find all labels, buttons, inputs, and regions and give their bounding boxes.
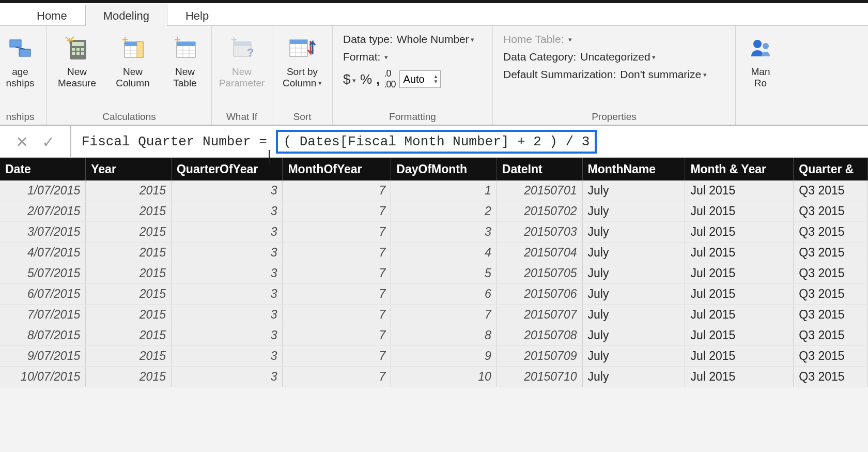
table-row[interactable]: 1/07/2015201537120150701JulyJul 2015Q3 2… (0, 180, 868, 201)
tab-modeling[interactable]: Modeling (85, 5, 167, 26)
cell-myear[interactable]: Jul 2015 (685, 284, 794, 305)
cell-qoy[interactable]: 3 (171, 263, 282, 284)
cell-mname[interactable]: July (582, 346, 685, 367)
table-row[interactable]: 6/07/2015201537620150706JulyJul 2015Q3 2… (0, 284, 868, 305)
manage-roles-button[interactable]: Man Ro (745, 30, 776, 89)
cell-qyear[interactable]: Q3 2015 (794, 305, 868, 325)
cell-moy[interactable]: 7 (283, 325, 391, 346)
cell-qyear[interactable]: Q3 2015 (794, 367, 868, 387)
cell-year[interactable]: 2015 (86, 263, 172, 284)
cell-dom[interactable]: 7 (391, 305, 497, 325)
cell-myear[interactable]: Jul 2015 (685, 222, 794, 243)
cell-dint[interactable]: 20150709 (497, 346, 582, 367)
cell-moy[interactable]: 7 (283, 305, 391, 325)
cell-dom[interactable]: 10 (391, 367, 497, 387)
cell-dom[interactable]: 9 (391, 346, 497, 367)
col-monthyear[interactable]: Month & Year (685, 158, 794, 180)
new-parameter-button[interactable]: ? New Parameter (218, 30, 266, 89)
cell-qoy[interactable]: 3 (171, 201, 282, 222)
table-row[interactable]: 3/07/2015201537320150703JulyJul 2015Q3 2… (0, 222, 868, 243)
col-monthname[interactable]: MonthName (582, 158, 685, 180)
cell-moy[interactable]: 7 (283, 201, 391, 222)
cell-dint[interactable]: 20150710 (497, 367, 582, 387)
percent-format-button[interactable]: % (360, 71, 372, 87)
cell-qyear[interactable]: Q3 2015 (794, 180, 868, 201)
cell-myear[interactable]: Jul 2015 (685, 346, 794, 367)
table-row[interactable]: 8/07/2015201537820150708JulyJul 2015Q3 2… (0, 325, 868, 346)
data-type-dropdown[interactable]: Whole Number (397, 33, 475, 46)
table-row[interactable]: 7/07/2015201537720150707JulyJul 2015Q3 2… (0, 305, 868, 325)
cell-dint[interactable]: 20150701 (497, 180, 582, 201)
thousands-separator-button[interactable]: , (376, 71, 380, 87)
cell-year[interactable]: 2015 (86, 243, 172, 263)
cell-dom[interactable]: 1 (391, 180, 497, 201)
col-dateint[interactable]: DateInt (497, 158, 582, 180)
cell-myear[interactable]: Jul 2015 (685, 201, 794, 222)
cell-mname[interactable]: July (582, 325, 685, 346)
cell-year[interactable]: 2015 (86, 180, 172, 201)
table-row[interactable]: 5/07/2015201537520150705JulyJul 2015Q3 2… (0, 263, 868, 284)
cell-dom[interactable]: 2 (391, 201, 497, 222)
new-table-button[interactable]: New Table (165, 30, 205, 89)
cell-dom[interactable]: 8 (391, 325, 497, 346)
cell-myear[interactable]: Jul 2015 (685, 325, 794, 346)
cell-myear[interactable]: Jul 2015 (685, 243, 794, 263)
cell-mname[interactable]: July (582, 201, 685, 222)
cell-year[interactable]: 2015 (86, 367, 172, 387)
cell-moy[interactable]: 7 (283, 263, 391, 284)
cell-qoy[interactable]: 3 (171, 305, 282, 325)
formula-input[interactable]: Fiscal Quarter Number = ( Dates[Fiscal M… (71, 126, 868, 157)
cell-dint[interactable]: 20150708 (497, 325, 582, 346)
cell-myear[interactable]: Jul 2015 (685, 367, 794, 387)
cell-mname[interactable]: July (582, 284, 685, 305)
cell-moy[interactable]: 7 (283, 284, 391, 305)
manage-relationships-button[interactable]: age nships (0, 30, 40, 89)
spinner-icon[interactable]: ▲▼ (431, 74, 440, 84)
cell-qoy[interactable]: 3 (171, 346, 282, 367)
decimal-places-field[interactable] (400, 73, 431, 85)
cell-qyear[interactable]: Q3 2015 (794, 243, 868, 263)
cell-year[interactable]: 2015 (86, 284, 172, 305)
cell-dom[interactable]: 3 (391, 222, 497, 243)
table-row[interactable]: 4/07/2015201537420150704JulyJul 2015Q3 2… (0, 243, 868, 263)
cell-date[interactable]: 3/07/2015 (0, 222, 86, 243)
cell-date[interactable]: 2/07/2015 (0, 201, 86, 222)
cell-dint[interactable]: 20150703 (497, 222, 582, 243)
cell-qyear[interactable]: Q3 2015 (794, 222, 868, 243)
cell-qoy[interactable]: 3 (171, 222, 282, 243)
cell-qyear[interactable]: Q3 2015 (794, 346, 868, 367)
cell-year[interactable]: 2015 (86, 222, 172, 243)
cell-qyear[interactable]: Q3 2015 (794, 325, 868, 346)
formula-commit-button[interactable]: ✓ (42, 133, 55, 151)
tab-home[interactable]: Home (19, 5, 85, 26)
cell-date[interactable]: 9/07/2015 (0, 346, 86, 367)
decimal-places-input[interactable]: ▲▼ (399, 70, 441, 88)
cell-date[interactable]: 6/07/2015 (0, 284, 86, 305)
col-date[interactable]: Date (0, 158, 86, 180)
cell-qoy[interactable]: 3 (171, 325, 282, 346)
currency-format-button[interactable]: $ (343, 71, 356, 87)
cell-mname[interactable]: July (582, 180, 685, 201)
new-column-button[interactable]: New Column (109, 30, 157, 89)
default-summarization-dropdown[interactable]: Don't summarize (620, 68, 707, 81)
table-row[interactable]: 2/07/2015201537220150702JulyJul 2015Q3 2… (0, 201, 868, 222)
sort-by-column-button[interactable]: Sort by Column (278, 30, 326, 89)
col-monthofyear[interactable]: MonthOfYear (283, 158, 391, 180)
new-measure-button[interactable]: New Measure (53, 30, 101, 89)
cell-moy[interactable]: 7 (283, 243, 391, 263)
format-dropdown[interactable] (384, 51, 388, 63)
cell-qyear[interactable]: Q3 2015 (794, 284, 868, 305)
cell-mname[interactable]: July (582, 222, 685, 243)
cell-year[interactable]: 2015 (86, 201, 172, 222)
col-dayofmonth[interactable]: DayOfMonth (391, 158, 497, 180)
cell-year[interactable]: 2015 (86, 346, 172, 367)
table-row[interactable]: 9/07/2015201537920150709JulyJul 2015Q3 2… (0, 346, 868, 367)
data-category-dropdown[interactable]: Uncategorized (580, 51, 656, 63)
cell-qoy[interactable]: 3 (171, 367, 282, 387)
cell-date[interactable]: 5/07/2015 (0, 263, 86, 284)
cell-date[interactable]: 4/07/2015 (0, 243, 86, 263)
cell-qyear[interactable]: Q3 2015 (794, 263, 868, 284)
cell-moy[interactable]: 7 (283, 367, 391, 387)
cell-qoy[interactable]: 3 (171, 284, 282, 305)
cell-dint[interactable]: 20150702 (497, 201, 582, 222)
